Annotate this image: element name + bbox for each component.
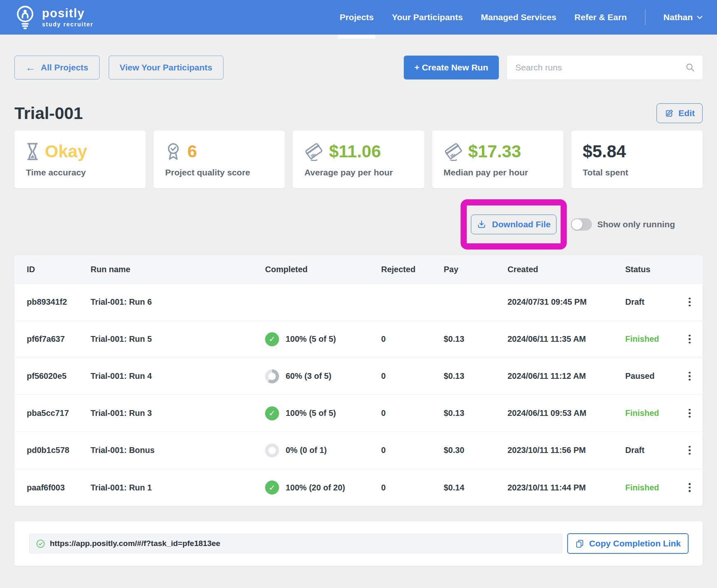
- run-id: pba5cc717: [27, 408, 91, 418]
- stat-value-average-pay: $11.06: [329, 143, 381, 160]
- status-text: Finished: [625, 408, 685, 418]
- stat-value-total-spent: $5.84: [583, 143, 626, 160]
- status-text: Finished: [625, 483, 685, 492]
- rejected-count: 0: [381, 446, 444, 455]
- run-name: Trial-001: Run 3: [91, 408, 265, 418]
- view-participants-label: View Your Participants: [120, 63, 212, 72]
- credit-card-icon: [444, 142, 463, 161]
- download-file-button[interactable]: Download File: [471, 215, 556, 234]
- user-menu[interactable]: Nathan: [663, 12, 703, 22]
- progress-donut: [265, 443, 279, 457]
- pay-amount: $0.30: [444, 446, 507, 455]
- created-timestamp: 2024/06/11 11:12 AM: [507, 371, 625, 381]
- brand[interactable]: positly study recruiter: [14, 5, 93, 30]
- completed-text: 100% (5 of 5): [286, 334, 336, 344]
- col-header-created: Created: [507, 265, 625, 274]
- search-icon[interactable]: [685, 63, 695, 72]
- status-text: Finished: [625, 334, 685, 344]
- link-valid-check-icon: [36, 539, 45, 548]
- stat-label-time-accuracy: Time accuracy: [26, 168, 134, 177]
- row-menu-button[interactable]: [685, 369, 694, 383]
- nav-item-your-participants[interactable]: Your Participants: [392, 0, 463, 35]
- download-icon: [477, 219, 487, 229]
- search-box: [507, 56, 703, 79]
- table-row: pb89341f2 Trial-001: Run 6 ✓ 2024/07/31 …: [14, 284, 703, 321]
- col-header-pay: Pay: [444, 265, 507, 274]
- chevron-down-icon: [697, 16, 703, 19]
- completed-text: 100% (20 of 20): [286, 483, 345, 492]
- copy-completion-link-label: Copy Completion Link: [589, 539, 681, 548]
- nav-item-refer-earn[interactable]: Refer & Earn: [575, 0, 627, 35]
- stat-value-time-accuracy: Okay: [45, 143, 87, 160]
- main-content: ← All Projects View Your Participants + …: [0, 56, 717, 566]
- table-row: pf56020e5 Trial-001: Run 4 ✓ 60% (3 of 5…: [14, 358, 703, 395]
- stat-label-total-spent: Total spent: [583, 168, 691, 177]
- row-menu-button[interactable]: [685, 443, 694, 457]
- user-name: Nathan: [663, 12, 693, 22]
- run-name: Trial-001: Run 6: [91, 297, 265, 307]
- nav-item-managed-services[interactable]: Managed Services: [481, 0, 556, 35]
- search-input[interactable]: [514, 62, 685, 73]
- progress-done-icon: ✓: [265, 406, 279, 420]
- rejected-count: 0: [381, 483, 444, 492]
- created-timestamp: 2023/10/11 11:56 PM: [507, 446, 625, 455]
- stat-card-time-accuracy: Okay Time accuracy: [14, 131, 146, 188]
- brand-name: positly: [42, 7, 93, 19]
- run-name: Trial-001: Bonus: [91, 446, 265, 455]
- stat-value-median-pay: $17.33: [468, 143, 521, 160]
- row-menu-button[interactable]: [685, 481, 694, 495]
- rejected-count: 0: [381, 408, 444, 418]
- toolbar: ← All Projects View Your Participants + …: [14, 56, 703, 79]
- quality-badge-icon: [165, 142, 182, 161]
- run-id: pb89341f2: [27, 297, 91, 307]
- created-timestamp: 2024/06/11 11:35 AM: [507, 334, 625, 344]
- progress-done-icon: ✓: [265, 332, 279, 346]
- view-participants-button[interactable]: View Your Participants: [109, 56, 223, 79]
- title-row: Trial-001 Edit: [14, 103, 703, 123]
- table-header-row: ID Run name Completed Rejected Pay Creat…: [14, 255, 703, 284]
- completed-text: 60% (3 of 5): [286, 371, 331, 381]
- pay-amount: $0.14: [444, 483, 507, 492]
- show-only-running-toggle[interactable]: [571, 218, 592, 231]
- run-id: paaf6f003: [27, 483, 91, 492]
- col-header-rejected: Rejected: [381, 265, 444, 274]
- pay-amount: $0.13: [444, 408, 507, 418]
- pay-amount: $0.13: [444, 371, 507, 381]
- brand-tagline: study recruiter: [42, 21, 93, 27]
- status-text: Paused: [625, 371, 685, 381]
- copy-completion-link-button[interactable]: Copy Completion Link: [567, 533, 689, 554]
- completed-text: 0% (0 of 1): [286, 446, 327, 455]
- created-timestamp: 2024/06/11 09:53 AM: [507, 408, 625, 418]
- progress-done-icon: ✓: [265, 481, 279, 495]
- row-menu-button[interactable]: [685, 332, 694, 346]
- pay-amount: $0.13: [444, 334, 507, 344]
- rejected-count: 0: [381, 334, 444, 344]
- all-projects-button[interactable]: ← All Projects: [14, 56, 100, 79]
- stat-card-total-spent: $5.84 Total spent: [571, 131, 703, 188]
- stats-row: Okay Time accuracy 6 Project quality sco…: [14, 131, 703, 188]
- table-row: paaf6f003 Trial-001: Run 1 ✓ 100% (20 of…: [14, 469, 703, 506]
- page-title: Trial-001: [14, 104, 83, 123]
- col-header-id: ID: [27, 265, 91, 274]
- edit-button[interactable]: Edit: [656, 103, 703, 123]
- back-arrow-icon: ←: [26, 63, 35, 72]
- show-only-running-label: Show only running: [597, 219, 675, 229]
- edit-label: Edit: [678, 108, 695, 118]
- row-menu-button[interactable]: [685, 406, 694, 420]
- col-header-run-name: Run name: [91, 265, 265, 274]
- create-new-run-button[interactable]: + Create New Run: [404, 56, 499, 79]
- run-id: pd0b1c578: [27, 446, 91, 455]
- edit-pencil-icon: [664, 109, 674, 118]
- completion-link-field[interactable]: https://app.positly.com/#/f?task_id=pfe1…: [29, 534, 562, 553]
- download-file-label: Download File: [492, 219, 550, 229]
- nav-item-projects[interactable]: Projects: [340, 0, 374, 35]
- run-id: pf6f7a637: [27, 334, 91, 344]
- completion-link-card: https://app.positly.com/#/f?task_id=pfe1…: [14, 521, 703, 566]
- copy-icon: [575, 539, 584, 548]
- created-timestamp: 2024/07/31 09:45 PM: [507, 297, 625, 307]
- run-name: Trial-001: Run 1: [91, 483, 265, 492]
- row-menu-button[interactable]: [685, 295, 694, 309]
- run-id: pf56020e5: [27, 371, 91, 381]
- run-name: Trial-001: Run 4: [91, 371, 265, 381]
- create-new-run-label: + Create New Run: [414, 63, 488, 72]
